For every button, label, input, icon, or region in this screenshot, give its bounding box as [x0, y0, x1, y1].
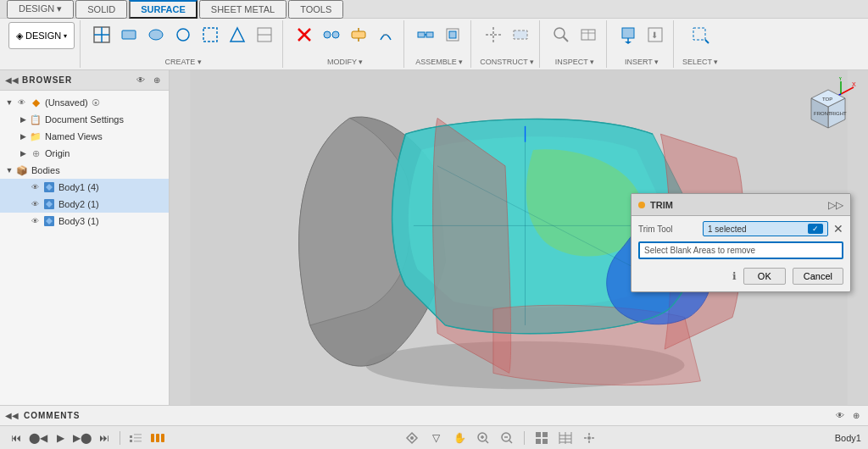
trim-tool-field[interactable]: 1 selected ✓	[703, 221, 828, 236]
tab-surface[interactable]: SURFACE	[129, 0, 198, 19]
select-label[interactable]: SELECT ▾	[682, 58, 718, 66]
create-btn-7[interactable]	[252, 22, 277, 47]
cube-navigator[interactable]: X Y Z RIGHT FRONT TOP	[798, 77, 858, 136]
tree-eye-body1[interactable]: 👁	[29, 181, 41, 193]
select-btn-1[interactable]	[687, 22, 713, 47]
svg-marker-7	[231, 28, 244, 42]
insert-btn-2[interactable]: ⬇	[643, 22, 668, 47]
insert-icons: ⬇	[615, 22, 668, 47]
trim-expand-icon[interactable]: ▷▷	[828, 199, 843, 211]
browser-eye-icon[interactable]: 👁	[134, 74, 147, 87]
insert-btn-1[interactable]	[615, 22, 641, 47]
create-btn-1[interactable]	[89, 22, 114, 47]
tree-label-body1: Body1 (4)	[58, 182, 99, 192]
create-btn-6[interactable]	[225, 22, 250, 47]
tree-arrow-origin[interactable]: ▶	[17, 149, 29, 158]
tab-tools[interactable]: TOOLS	[288, 0, 343, 19]
tree-eye-body3[interactable]: 👁	[29, 215, 41, 227]
construct-btn-1[interactable]	[481, 22, 506, 47]
create-btn-5[interactable]	[198, 22, 223, 47]
modify-btn-3[interactable]	[346, 22, 371, 47]
comments-add-icon[interactable]: ⊕	[849, 409, 863, 423]
inspect-btn-2[interactable]	[576, 22, 601, 47]
trim-close-icon[interactable]: ✕	[833, 222, 843, 236]
trim-tool-row: Trim Tool 1 selected ✓ ✕	[638, 221, 843, 236]
tab-design[interactable]: DESIGN ▾	[7, 0, 74, 19]
tree-item-doc-settings[interactable]: ▶ 📋 Document Settings	[0, 111, 169, 128]
comments-icons: 👁 ⊕	[833, 409, 863, 423]
assemble-btn-2[interactable]	[440, 22, 465, 47]
display-mode-btn[interactable]	[532, 429, 551, 447]
create-btn-2[interactable]	[116, 22, 142, 47]
play-end-btn[interactable]: ⏭	[95, 429, 114, 447]
tree-eye-unsaved[interactable]: 👁	[15, 97, 27, 108]
browser-more-icon[interactable]: ⊕	[150, 74, 164, 87]
tree-item-bodies[interactable]: ▼ 📦 Bodies	[0, 162, 169, 179]
play-start-btn[interactable]: ⏮	[7, 429, 25, 447]
inspect-btn-1[interactable]	[548, 22, 574, 47]
timeline-icon[interactable]	[148, 429, 167, 447]
svg-point-83	[587, 436, 591, 440]
play-prev-btn[interactable]: ⬤◀	[29, 429, 47, 447]
svg-rect-75	[536, 439, 541, 444]
tree-item-origin[interactable]: ▶ ⊕ Origin	[0, 145, 169, 162]
home-view-btn[interactable]	[403, 429, 421, 447]
play-next-btn[interactable]: ▶⬤	[73, 429, 92, 447]
tree-item-unsaved[interactable]: ▼ 👁 ◆ (Unsaved) ⦿	[0, 94, 169, 111]
tree-label-unsaved: (Unsaved)	[45, 97, 88, 108]
tree-icon-body2	[42, 197, 56, 211]
assemble-icons	[413, 22, 465, 47]
create-label[interactable]: CREATE ▾	[165, 58, 202, 66]
trim-title-text: TRIM	[650, 200, 673, 210]
body-label: Body1	[835, 433, 861, 443]
view-settings-btn[interactable]	[580, 429, 598, 447]
trim-tool-label: Trim Tool	[638, 224, 698, 234]
comments-collapse-icon[interactable]: ◀◀	[5, 411, 19, 420]
tree-item-body2[interactable]: 👁 Body2 (1)	[0, 196, 169, 213]
tree-arrow-named[interactable]: ▶	[17, 132, 29, 141]
modify-btn-4[interactable]	[373, 22, 398, 47]
tree-eye-body2[interactable]: 👁	[29, 198, 41, 210]
trim-select-row: Select Blank Areas to remove	[638, 241, 843, 259]
trim-select-field[interactable]: Select Blank Areas to remove	[638, 241, 843, 259]
grid-btn[interactable]	[556, 429, 575, 447]
assemble-label[interactable]: ASSEMBLE ▾	[415, 58, 463, 66]
inspect-label[interactable]: INSPECT ▾	[555, 58, 594, 66]
tab-sheet-metal[interactable]: SHEET METAL	[199, 0, 287, 19]
tree-arrow-unsaved[interactable]: ▼	[3, 98, 15, 107]
tree-item-body1[interactable]: 👁 Body1 (4)	[0, 179, 169, 196]
browser-collapse-icon[interactable]: ◀◀	[5, 75, 19, 85]
modify-label[interactable]: MODIFY ▾	[327, 58, 363, 66]
create-btn-3[interactable]	[143, 22, 169, 47]
create-btn-4[interactable]	[170, 22, 196, 47]
play-btn[interactable]: ▶	[51, 429, 70, 447]
tree-label-body2: Body2 (1)	[58, 199, 99, 209]
modify-btn-2[interactable]	[319, 22, 344, 47]
bottom-sep-2	[524, 431, 525, 445]
pan-btn[interactable]: ✋	[450, 429, 469, 447]
modify-btn-1[interactable]	[292, 22, 317, 47]
tree-item-body3[interactable]: 👁 Body3 (1)	[0, 213, 169, 230]
camera-btn[interactable]: ▽	[426, 429, 445, 447]
svg-text:⬇: ⬇	[651, 30, 658, 40]
trim-buttons: ℹ OK Cancel	[638, 264, 843, 286]
zoom-btn[interactable]	[474, 429, 492, 447]
select-icons	[687, 22, 713, 47]
tree-arrow-doc[interactable]: ▶	[17, 115, 29, 124]
zoom-minus-btn[interactable]	[498, 429, 516, 447]
tab-solid[interactable]: SOLID	[75, 0, 127, 19]
trim-cancel-button[interactable]: Cancel	[793, 268, 843, 285]
insert-label[interactable]: INSERT ▾	[625, 58, 659, 66]
assemble-btn-1[interactable]	[413, 22, 438, 47]
construct-btn-2[interactable]	[508, 22, 533, 47]
design-button[interactable]: ◈ DESIGN ▾	[8, 22, 75, 49]
tree-arrow-bodies[interactable]: ▼	[3, 166, 15, 175]
inspect-icons	[548, 22, 601, 47]
timeline-settings-btn[interactable]	[126, 429, 145, 447]
tree-watch-icon[interactable]: ⦿	[92, 98, 100, 108]
viewport[interactable]: X Y Z RIGHT FRONT TOP TRIM	[170, 70, 868, 405]
comments-eye-icon[interactable]: 👁	[833, 409, 847, 423]
tree-item-named-views[interactable]: ▶ 📁 Named Views	[0, 128, 169, 145]
trim-ok-button[interactable]: OK	[743, 268, 786, 285]
construct-label[interactable]: CONSTRUCT ▾	[480, 58, 534, 66]
